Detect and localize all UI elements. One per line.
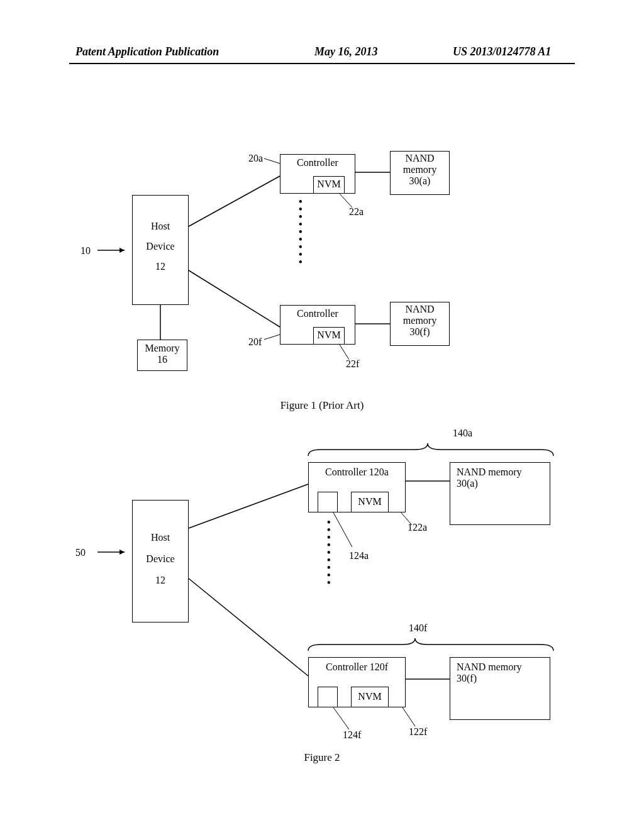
- fig1-host-title: Host: [133, 221, 188, 232]
- fig2-ref-124f: 124f: [343, 729, 361, 741]
- fig2-box-124a: [318, 492, 338, 512]
- fig2-nandF-n: 30(f): [457, 673, 543, 684]
- fig1-nand-f: NAND memory 30(f): [390, 302, 450, 346]
- fig1-host-num: 12: [133, 261, 188, 272]
- svg-line-3: [189, 270, 280, 327]
- header-left: Patent Application Publication: [75, 45, 219, 58]
- fig1-nvm-f: NVM: [313, 327, 345, 345]
- fig2-dots: •••••••••: [327, 519, 331, 587]
- fig1-ctrlF-title: Controller: [280, 308, 355, 319]
- fig2-box-124f: [318, 687, 338, 707]
- fig2-ctrlA-title: Controller 120a: [309, 467, 405, 478]
- fig1-nandA-t: NAND: [391, 153, 449, 164]
- fig1-ref-20a: 20a: [248, 153, 263, 164]
- fig2-nandF-t: NAND memory: [457, 661, 543, 673]
- fig2-nandA-t: NAND memory: [457, 467, 543, 478]
- svg-line-8: [340, 194, 352, 208]
- figure-1: Host Device 12 Memory 16 Controller NVM …: [0, 145, 644, 434]
- fig2-nandA-n: 30(a): [457, 478, 543, 489]
- fig1-nandA-n: 30(a): [391, 175, 449, 187]
- fig1-mem-title: Memory: [138, 343, 187, 354]
- fig2-host-num: 12: [133, 575, 188, 586]
- fig1-mem-num: 16: [138, 354, 187, 365]
- svg-marker-12: [119, 550, 125, 555]
- fig1-nandA-s: memory: [391, 164, 449, 175]
- fig1-ref-22a: 22a: [349, 206, 364, 218]
- svg-line-14: [189, 578, 308, 676]
- svg-line-18: [333, 512, 352, 547]
- fig1-nandF-t: NAND: [391, 304, 449, 315]
- fig2-host-title: Host: [133, 532, 188, 543]
- fig2-caption: Figure 2: [0, 751, 644, 764]
- fig1-ref-20f: 20f: [248, 336, 262, 348]
- svg-line-9: [264, 335, 280, 340]
- svg-line-2: [189, 176, 280, 226]
- svg-marker-1: [119, 248, 125, 253]
- fig2-nand-a: NAND memory 30(a): [450, 462, 550, 525]
- fig2-ref-122a: 122a: [408, 522, 427, 533]
- fig2-ref-124a: 124a: [349, 550, 369, 562]
- fig2-ref-140f: 140f: [409, 622, 427, 634]
- fig1-nvm-a: NVM: [313, 176, 345, 194]
- fig2-ctrlF-title: Controller 120f: [309, 661, 405, 673]
- fig1-memory-box: Memory 16: [137, 340, 187, 371]
- fig1-ref-22f: 22f: [346, 358, 359, 370]
- fig2-ref-122f: 122f: [409, 726, 427, 738]
- svg-line-20: [333, 707, 349, 729]
- fig2-ref-50: 50: [75, 547, 86, 558]
- fig2-host-sub: Device: [133, 553, 188, 565]
- header-rule: [69, 63, 575, 64]
- fig1-nand-a: NAND memory 30(a): [390, 151, 450, 195]
- svg-line-10: [340, 345, 349, 360]
- figure-2: Host Device 12 Controller 120a NVM NAND …: [0, 428, 644, 780]
- fig1-ctrlA-title: Controller: [280, 157, 355, 169]
- svg-line-13: [189, 484, 308, 528]
- fig1-nandF-n: 30(f): [391, 326, 449, 338]
- fig2-host-box: Host Device 12: [132, 500, 189, 622]
- header-date: May 16, 2013: [314, 45, 378, 58]
- header-pubnum: US 2013/0124778 A1: [453, 45, 551, 58]
- fig1-caption: Figure 1 (Prior Art): [0, 399, 644, 412]
- fig2-nvm-a: NVM: [351, 492, 389, 512]
- fig2-nvm-f: NVM: [351, 687, 389, 707]
- fig2-ref-140a: 140a: [453, 428, 472, 439]
- fig1-host-box: Host Device 12: [132, 195, 189, 305]
- fig1-ref-10: 10: [80, 245, 91, 257]
- fig2-nand-f: NAND memory 30(f): [450, 657, 550, 720]
- svg-line-19: [402, 707, 415, 726]
- fig1-nandF-s: memory: [391, 315, 449, 326]
- svg-line-7: [264, 158, 280, 163]
- fig1-dots: •••••••••: [299, 198, 303, 266]
- fig1-host-sub: Device: [133, 241, 188, 252]
